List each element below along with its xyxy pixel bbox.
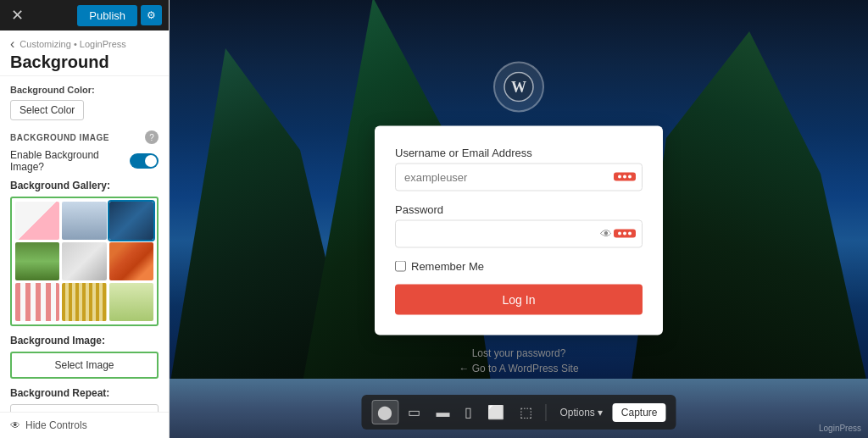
gallery-item[interactable] (62, 283, 106, 321)
mountain-right (631, 31, 868, 387)
wp-logo-circle: W (493, 61, 544, 112)
gallery-item[interactable] (109, 202, 153, 240)
breadcrumb: ‹ Customizing • LoginPress Background (0, 30, 169, 76)
username-label: Username or Email Address (395, 146, 643, 158)
enable-bg-row: Enable Background Image? (10, 149, 159, 173)
breadcrumb-parent: Customizing • LoginPress (19, 39, 126, 49)
login-button[interactable]: Log In (395, 284, 643, 314)
enable-bg-label: Enable Background Image? (10, 149, 130, 173)
chevron-down-icon: ▾ (598, 407, 603, 419)
login-card: Username or Email Address Password 👁 (375, 125, 663, 335)
repeat-select[interactable]: no-repeat repeat repeat-x repeat-y (10, 404, 159, 412)
remember-checkbox[interactable] (395, 260, 406, 271)
settings-button[interactable]: ⚙ (141, 5, 162, 25)
bg-color-label: Background Color: (10, 85, 159, 95)
options-button[interactable]: Options ▾ (553, 403, 609, 422)
gallery-item[interactable] (109, 283, 153, 321)
background-gallery (10, 197, 159, 326)
eye-icon: 👁 (10, 419, 20, 431)
help-icon[interactable]: ? (145, 130, 159, 144)
toolbar-btn-1[interactable]: ▭ (402, 400, 426, 424)
password-input-wrapper: 👁 (395, 219, 643, 247)
username-input[interactable] (395, 163, 643, 191)
remember-label: Remember Me (411, 259, 484, 272)
background-scene: W Username or Email Address Password (170, 0, 868, 438)
toolbar-btn-4[interactable]: ⬜ (481, 400, 510, 424)
layout-icon-2: ▬ (436, 405, 449, 420)
publish-button[interactable]: Publish (77, 5, 137, 26)
wp-logo: W (375, 61, 663, 112)
gallery-label: Background Gallery: (10, 180, 159, 191)
form-links: Lost your password? ← Go to A WordPress … (375, 347, 663, 374)
gallery-item[interactable] (62, 202, 106, 240)
password-field: Password 👁 (395, 202, 643, 247)
layout-icon-1: ▭ (408, 404, 420, 420)
panel-content: Background Color: Select Color BACKGROUN… (0, 76, 169, 412)
select-image-button[interactable]: Select Image (10, 352, 159, 379)
preview-area: W Username or Email Address Password (170, 0, 868, 438)
desktop-icon: ⬤ (377, 404, 392, 420)
gallery-item[interactable] (15, 283, 59, 321)
gallery-item[interactable] (15, 202, 59, 240)
toolbar-btn-3[interactable]: ▯ (459, 400, 478, 424)
publish-group: Publish ⚙ (77, 5, 162, 26)
bg-image-header: BACKGROUND IMAGE ? (10, 130, 159, 144)
password-label: Password (395, 202, 643, 215)
gallery-item[interactable] (15, 242, 59, 280)
login-form-container: W Username or Email Address Password (375, 61, 663, 377)
close-icon: ✕ (11, 6, 24, 25)
toolbar-desktop-button[interactable]: ⬤ (371, 400, 398, 424)
enable-bg-toggle[interactable] (130, 153, 159, 169)
hide-controls-label: Hide Controls (25, 419, 87, 431)
toolbar-btn-5[interactable]: ⬚ (514, 400, 538, 424)
loginpress-watermark: LoginPress (819, 424, 861, 433)
username-icon-button[interactable] (614, 173, 636, 181)
goto-site-link[interactable]: ← Go to A WordPress Site (375, 362, 663, 374)
select-color-button[interactable]: Select Color (10, 100, 84, 120)
bg-image-label: Background Image: (10, 335, 159, 347)
breadcrumb-top: ‹ Customizing • LoginPress (10, 37, 159, 51)
sidebar: ✕ Publish ⚙ ‹ Customizing • LoginPress B… (0, 0, 170, 438)
top-bar: ✕ Publish ⚙ (0, 0, 169, 30)
remember-row: Remember Me (395, 259, 643, 272)
bg-image-title: BACKGROUND IMAGE (10, 133, 109, 142)
toolbar-divider (545, 404, 546, 421)
toolbar-btn-2[interactable]: ▬ (430, 401, 455, 424)
gallery-item[interactable] (109, 242, 153, 280)
svg-text:W: W (511, 78, 526, 95)
back-button[interactable]: ‹ (10, 37, 14, 51)
gear-icon: ⚙ (147, 9, 156, 21)
gallery-item[interactable] (62, 242, 106, 280)
password-icon-button[interactable] (614, 230, 636, 238)
bottom-toolbar: ⬤ ▭ ▬ ▯ ⬜ ⬚ Options ▾ Capture (361, 395, 676, 430)
username-input-wrapper (395, 163, 643, 191)
layout-icon-5: ⬚ (520, 404, 532, 420)
capture-button[interactable]: Capture (613, 403, 666, 422)
layout-icon-3: ▯ (465, 404, 472, 420)
hide-controls-bar[interactable]: 👁 Hide Controls (0, 412, 169, 438)
layout-icon-4: ⬜ (487, 404, 504, 420)
options-label: Options (559, 407, 594, 419)
close-button[interactable]: ✕ (7, 5, 27, 25)
toggle-password-button[interactable]: 👁 (600, 227, 612, 241)
page-title: Background (10, 53, 159, 72)
username-field: Username or Email Address (395, 146, 643, 191)
lost-password-link[interactable]: Lost your password? (375, 347, 663, 358)
bg-repeat-label: Background Repeat: (10, 387, 159, 399)
